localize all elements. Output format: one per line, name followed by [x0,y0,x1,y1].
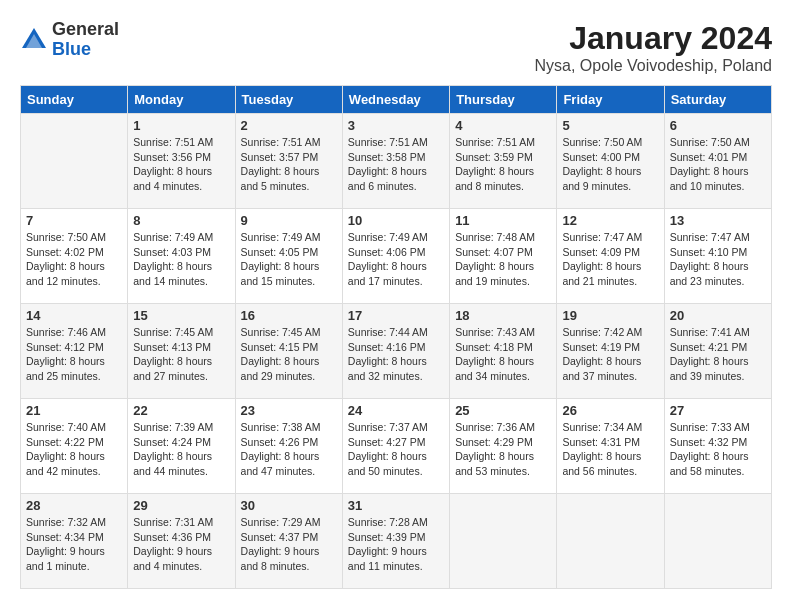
page-header: General Blue January 2024 Nysa, Opole Vo… [20,20,772,75]
day-info: Sunrise: 7:37 AMSunset: 4:27 PMDaylight:… [348,420,444,479]
day-info: Sunrise: 7:45 AMSunset: 4:15 PMDaylight:… [241,325,337,384]
calendar-cell: 28Sunrise: 7:32 AMSunset: 4:34 PMDayligh… [21,494,128,589]
day-info: Sunrise: 7:51 AMSunset: 3:56 PMDaylight:… [133,135,229,194]
day-number: 22 [133,403,229,418]
day-info: Sunrise: 7:28 AMSunset: 4:39 PMDaylight:… [348,515,444,574]
calendar-cell: 5Sunrise: 7:50 AMSunset: 4:00 PMDaylight… [557,114,664,209]
calendar-cell: 30Sunrise: 7:29 AMSunset: 4:37 PMDayligh… [235,494,342,589]
calendar-cell: 1Sunrise: 7:51 AMSunset: 3:56 PMDaylight… [128,114,235,209]
calendar-header-saturday: Saturday [664,86,771,114]
day-info: Sunrise: 7:50 AMSunset: 4:00 PMDaylight:… [562,135,658,194]
calendar-cell: 12Sunrise: 7:47 AMSunset: 4:09 PMDayligh… [557,209,664,304]
calendar-cell: 11Sunrise: 7:48 AMSunset: 4:07 PMDayligh… [450,209,557,304]
day-number: 16 [241,308,337,323]
day-number: 28 [26,498,122,513]
calendar-header-tuesday: Tuesday [235,86,342,114]
day-info: Sunrise: 7:31 AMSunset: 4:36 PMDaylight:… [133,515,229,574]
day-info: Sunrise: 7:51 AMSunset: 3:58 PMDaylight:… [348,135,444,194]
day-info: Sunrise: 7:46 AMSunset: 4:12 PMDaylight:… [26,325,122,384]
calendar-cell: 13Sunrise: 7:47 AMSunset: 4:10 PMDayligh… [664,209,771,304]
page-title: January 2024 [535,20,772,57]
day-info: Sunrise: 7:51 AMSunset: 3:59 PMDaylight:… [455,135,551,194]
day-info: Sunrise: 7:29 AMSunset: 4:37 PMDaylight:… [241,515,337,574]
day-info: Sunrise: 7:45 AMSunset: 4:13 PMDaylight:… [133,325,229,384]
day-number: 31 [348,498,444,513]
day-info: Sunrise: 7:49 AMSunset: 4:05 PMDaylight:… [241,230,337,289]
calendar-cell: 29Sunrise: 7:31 AMSunset: 4:36 PMDayligh… [128,494,235,589]
calendar-cell: 27Sunrise: 7:33 AMSunset: 4:32 PMDayligh… [664,399,771,494]
calendar-week-row: 7Sunrise: 7:50 AMSunset: 4:02 PMDaylight… [21,209,772,304]
day-info: Sunrise: 7:44 AMSunset: 4:16 PMDaylight:… [348,325,444,384]
calendar-week-row: 14Sunrise: 7:46 AMSunset: 4:12 PMDayligh… [21,304,772,399]
calendar-week-row: 1Sunrise: 7:51 AMSunset: 3:56 PMDaylight… [21,114,772,209]
day-number: 3 [348,118,444,133]
title-block: January 2024 Nysa, Opole Voivodeship, Po… [535,20,772,75]
day-info: Sunrise: 7:50 AMSunset: 4:02 PMDaylight:… [26,230,122,289]
day-info: Sunrise: 7:41 AMSunset: 4:21 PMDaylight:… [670,325,766,384]
day-info: Sunrise: 7:38 AMSunset: 4:26 PMDaylight:… [241,420,337,479]
day-number: 23 [241,403,337,418]
day-info: Sunrise: 7:39 AMSunset: 4:24 PMDaylight:… [133,420,229,479]
calendar-week-row: 21Sunrise: 7:40 AMSunset: 4:22 PMDayligh… [21,399,772,494]
calendar-header-sunday: Sunday [21,86,128,114]
day-info: Sunrise: 7:47 AMSunset: 4:09 PMDaylight:… [562,230,658,289]
day-info: Sunrise: 7:51 AMSunset: 3:57 PMDaylight:… [241,135,337,194]
day-number: 6 [670,118,766,133]
day-info: Sunrise: 7:43 AMSunset: 4:18 PMDaylight:… [455,325,551,384]
day-info: Sunrise: 7:32 AMSunset: 4:34 PMDaylight:… [26,515,122,574]
day-number: 29 [133,498,229,513]
day-number: 17 [348,308,444,323]
calendar-cell: 10Sunrise: 7:49 AMSunset: 4:06 PMDayligh… [342,209,449,304]
calendar-header-row: SundayMondayTuesdayWednesdayThursdayFrid… [21,86,772,114]
calendar-cell: 19Sunrise: 7:42 AMSunset: 4:19 PMDayligh… [557,304,664,399]
day-info: Sunrise: 7:40 AMSunset: 4:22 PMDaylight:… [26,420,122,479]
calendar-cell: 9Sunrise: 7:49 AMSunset: 4:05 PMDaylight… [235,209,342,304]
calendar-cell: 24Sunrise: 7:37 AMSunset: 4:27 PMDayligh… [342,399,449,494]
day-number: 11 [455,213,551,228]
calendar-cell: 8Sunrise: 7:49 AMSunset: 4:03 PMDaylight… [128,209,235,304]
day-number: 5 [562,118,658,133]
day-number: 26 [562,403,658,418]
calendar-week-row: 28Sunrise: 7:32 AMSunset: 4:34 PMDayligh… [21,494,772,589]
calendar-cell: 21Sunrise: 7:40 AMSunset: 4:22 PMDayligh… [21,399,128,494]
calendar-cell: 2Sunrise: 7:51 AMSunset: 3:57 PMDaylight… [235,114,342,209]
day-info: Sunrise: 7:47 AMSunset: 4:10 PMDaylight:… [670,230,766,289]
calendar-cell [450,494,557,589]
logo-text: General Blue [52,20,119,60]
day-info: Sunrise: 7:36 AMSunset: 4:29 PMDaylight:… [455,420,551,479]
day-info: Sunrise: 7:34 AMSunset: 4:31 PMDaylight:… [562,420,658,479]
day-info: Sunrise: 7:33 AMSunset: 4:32 PMDaylight:… [670,420,766,479]
calendar-cell [21,114,128,209]
day-number: 19 [562,308,658,323]
day-number: 20 [670,308,766,323]
calendar-cell: 23Sunrise: 7:38 AMSunset: 4:26 PMDayligh… [235,399,342,494]
calendar-header-wednesday: Wednesday [342,86,449,114]
calendar-cell: 6Sunrise: 7:50 AMSunset: 4:01 PMDaylight… [664,114,771,209]
day-number: 21 [26,403,122,418]
calendar-cell [557,494,664,589]
day-number: 2 [241,118,337,133]
calendar-cell: 3Sunrise: 7:51 AMSunset: 3:58 PMDaylight… [342,114,449,209]
calendar-cell: 25Sunrise: 7:36 AMSunset: 4:29 PMDayligh… [450,399,557,494]
day-number: 13 [670,213,766,228]
day-number: 8 [133,213,229,228]
day-number: 9 [241,213,337,228]
logo-general: General [52,19,119,39]
calendar-cell: 15Sunrise: 7:45 AMSunset: 4:13 PMDayligh… [128,304,235,399]
day-number: 10 [348,213,444,228]
calendar-cell: 20Sunrise: 7:41 AMSunset: 4:21 PMDayligh… [664,304,771,399]
calendar-cell: 22Sunrise: 7:39 AMSunset: 4:24 PMDayligh… [128,399,235,494]
day-info: Sunrise: 7:48 AMSunset: 4:07 PMDaylight:… [455,230,551,289]
calendar-cell: 4Sunrise: 7:51 AMSunset: 3:59 PMDaylight… [450,114,557,209]
day-number: 25 [455,403,551,418]
calendar-cell: 7Sunrise: 7:50 AMSunset: 4:02 PMDaylight… [21,209,128,304]
logo-icon [20,26,48,54]
calendar-cell: 16Sunrise: 7:45 AMSunset: 4:15 PMDayligh… [235,304,342,399]
logo-blue: Blue [52,39,91,59]
page-subtitle: Nysa, Opole Voivodeship, Poland [535,57,772,75]
day-number: 24 [348,403,444,418]
calendar-cell [664,494,771,589]
calendar-cell: 17Sunrise: 7:44 AMSunset: 4:16 PMDayligh… [342,304,449,399]
logo: General Blue [20,20,119,60]
day-number: 1 [133,118,229,133]
